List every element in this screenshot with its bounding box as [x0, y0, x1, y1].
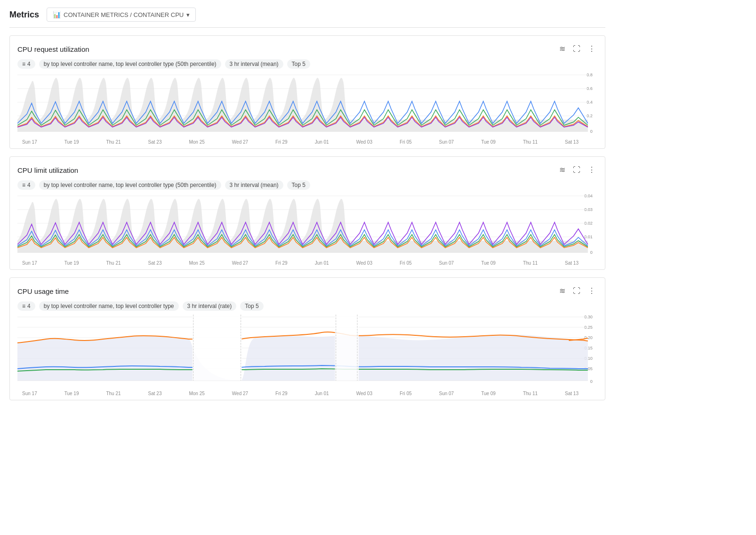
page: Metrics 📊 CONTAINER METRICS / CONTAINER …: [0, 0, 615, 535]
filter-label-chip-3[interactable]: by top level controller name, top level …: [39, 301, 179, 311]
cpu-limit-actions: ≋ ⛶ ⋮: [557, 164, 597, 176]
cpu-request-filters: ≡ 4 by top level controller name, top le…: [17, 59, 597, 69]
svg-rect-34: [193, 315, 242, 381]
interval-chip-3[interactable]: 3 hr interval (rate): [183, 301, 237, 311]
breadcrumb-button[interactable]: 📊 CONTAINER METRICS / CONTAINER CPU ▾: [47, 8, 196, 22]
top-chip-3[interactable]: Top 5: [240, 301, 263, 311]
breadcrumb-label: CONTAINER METRICS / CONTAINER CPU: [64, 11, 184, 18]
cpu-limit-x-labels: Sun 17Tue 19Thu 21Sat 23 Mon 25Wed 27Fri…: [17, 259, 597, 266]
dropdown-icon: ▾: [186, 11, 190, 18]
cpu-usage-title: CPU usage time: [17, 287, 69, 295]
cpu-usage-chart: 0.30 0.25 0.20 0.15 0.10 0.05 0: [17, 315, 597, 390]
svg-rect-37: [335, 315, 359, 381]
fullscreen-button-3[interactable]: ⛶: [571, 285, 582, 297]
filter-count-chip[interactable]: ≡ 4: [17, 59, 35, 69]
bar-chart-icon: 📊: [53, 11, 61, 18]
interval-chip[interactable]: 3 hr interval (mean): [225, 59, 283, 69]
cpu-limit-filters: ≡ 4 by top level controller name, top le…: [17, 180, 597, 190]
cpu-request-title: CPU request utilization: [17, 45, 89, 53]
legend-toggle-button-2[interactable]: ≋: [557, 164, 567, 176]
filter-label-chip[interactable]: by top level controller name, top level …: [39, 59, 221, 69]
fullscreen-button[interactable]: ⛶: [571, 43, 582, 55]
header: Metrics 📊 CONTAINER METRICS / CONTAINER …: [9, 8, 605, 28]
cpu-usage-filters: ≡ 4 by top level controller name, top le…: [17, 301, 597, 311]
cpu-usage-header: CPU usage time ≋ ⛶ ⋮: [17, 285, 597, 297]
cpu-request-chart: 0.8 0.6 0.4 0.2 0: [17, 73, 597, 138]
svg-text:0: 0: [590, 379, 593, 384]
legend-toggle-button-3[interactable]: ≋: [557, 285, 567, 297]
cpu-usage-panel: CPU usage time ≋ ⛶ ⋮ ≡ 4 by top level co…: [9, 277, 605, 400]
cpu-limit-panel: CPU limit utilization ≋ ⛶ ⋮ ≡ 4 by top l…: [9, 156, 605, 270]
fullscreen-button-2[interactable]: ⛶: [571, 164, 582, 176]
cpu-limit-header: CPU limit utilization ≋ ⛶ ⋮: [17, 164, 597, 176]
more-options-button-3[interactable]: ⋮: [586, 285, 597, 297]
cpu-request-panel: CPU request utilization ≋ ⛶ ⋮ ≡ 4 by top…: [9, 35, 605, 149]
cpu-usage-x-labels: Sun 17Tue 19Thu 21Sat 23 Mon 25Wed 27Fri…: [17, 390, 597, 396]
svg-text:0: 0: [590, 250, 593, 255]
cpu-limit-title: CPU limit utilization: [17, 166, 78, 174]
interval-chip-2[interactable]: 3 hr interval (mean): [225, 180, 283, 190]
top-chip[interactable]: Top 5: [287, 59, 310, 69]
more-options-button-2[interactable]: ⋮: [586, 164, 597, 176]
cpu-request-actions: ≋ ⛶ ⋮: [557, 43, 597, 55]
more-options-button[interactable]: ⋮: [586, 43, 597, 55]
filter-count-chip-2[interactable]: ≡ 4: [17, 180, 35, 190]
cpu-request-x-labels: Sun 17Tue 19Thu 21Sat 23 Mon 25Wed 27Fri…: [17, 138, 597, 145]
cpu-usage-actions: ≋ ⛶ ⋮: [557, 285, 597, 297]
filter-label-chip-2[interactable]: by top level controller name, top level …: [39, 180, 221, 190]
filter-count-chip-3[interactable]: ≡ 4: [17, 301, 35, 311]
legend-toggle-button[interactable]: ≋: [557, 43, 567, 55]
page-title: Metrics: [9, 10, 39, 20]
svg-text:0: 0: [590, 129, 593, 134]
cpu-limit-chart: 0.04 0.03 0.02 0.01 0: [17, 194, 597, 259]
top-chip-2[interactable]: Top 5: [287, 180, 310, 190]
cpu-request-header: CPU request utilization ≋ ⛶ ⋮: [17, 43, 597, 55]
